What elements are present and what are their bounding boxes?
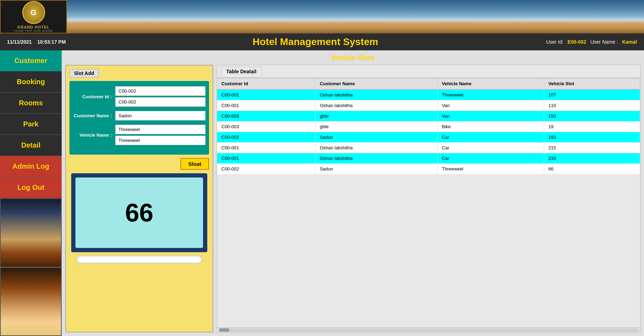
logo-name: GRAND HOTEL (17, 25, 50, 29)
page-title: Vehicle Slots (65, 54, 640, 62)
logo-icon: G (22, 1, 45, 24)
vehicle-name-select[interactable]: Threeweel Car Van Bike (115, 125, 206, 134)
table-panel: Table Deatail Customer Id Customer Name … (217, 65, 640, 332)
horizontal-scrollbar[interactable] (219, 328, 638, 332)
slot-progress-row (69, 256, 209, 263)
data-table: Customer Id Customer Name Vehicle Name V… (217, 78, 640, 174)
sidebar-item-adminlog[interactable]: Admin Log (0, 156, 62, 177)
customer-id-input[interactable] (115, 97, 206, 107)
sidebar-item-booking[interactable]: Booking (0, 71, 62, 93)
dining-image (0, 267, 62, 336)
customer-name-row: Customer Name : (73, 111, 206, 120)
table-header-row: Customer Id Customer Name Vehicle Name V… (217, 78, 640, 89)
table-wrapper[interactable]: Customer Id Customer Name Vehicle Name V… (217, 78, 640, 327)
slot-button[interactable]: Sloat (180, 158, 209, 170)
slot-progress-bar (76, 256, 202, 263)
title-bar: 11/11/2021 10:53:17 PM Hotel Management … (0, 33, 644, 50)
datetime-display: 11/11/2021 10:53:17 PM (7, 39, 85, 45)
scrollbar-thumb[interactable] (219, 328, 229, 332)
logo-area: G GRAND HOTEL YOUR TRIP OUR GUIDE (0, 0, 67, 33)
content-area: Vehicle Slots Slot Add Customer Id : C00… (62, 50, 644, 336)
customer-name-controls (115, 111, 206, 120)
table-row[interactable]: C00-002SadunThreeweel66 (217, 164, 640, 174)
table-row[interactable]: C00-001Oshan lakshithaThreeweel107 (217, 89, 640, 100)
form-inner: Customer Id : C00-002 C00-001 C00-003 (69, 81, 209, 155)
sidebar: Customer Booking Rooms Park Detail Admin… (0, 50, 62, 336)
sidebar-item-detail[interactable]: Detail (0, 135, 62, 156)
table-row[interactable]: C00-003gfdeVan150 (217, 111, 640, 122)
table-row[interactable]: C00-001Oshan lakshithaCar233 (217, 153, 640, 164)
customer-id-select[interactable]: C00-002 C00-001 C00-003 (115, 86, 206, 96)
sidebar-images (0, 198, 62, 336)
table-row[interactable]: C00-001Oshan lakshithaVan110 (217, 100, 640, 111)
app-title: Hotel Management System (85, 36, 546, 48)
banner-image (67, 0, 644, 33)
hotel-image (0, 198, 62, 267)
customer-id-select-wrapper: C00-002 C00-001 C00-003 (115, 86, 206, 96)
sidebar-item-customer[interactable]: Customer (0, 50, 62, 71)
user-name-label: User Name : (590, 39, 618, 45)
sidebar-item-park[interactable]: Park (0, 114, 62, 135)
customer-id-controls: C00-002 C00-001 C00-003 (115, 86, 206, 107)
table-row[interactable]: C00-001Oshan lakshithaCar215 (217, 143, 640, 153)
table-row[interactable]: C00-003gfdeBike19 (217, 122, 640, 132)
col-vehicle-slot: Vehicle Slot (544, 78, 640, 89)
vehicle-name-label: Vehicle Name : (73, 132, 115, 138)
user-info: User Id: E00-002 User Name : Kamal (546, 39, 637, 45)
form-panel: Slot Add Customer Id : C00-002 C00-001 C… (65, 65, 213, 332)
user-name-value: Kamal (622, 39, 637, 45)
col-customer-id: Customer Id (217, 78, 315, 89)
col-vehicle-name: Vehicle Name (437, 78, 544, 89)
time-value: 10:53:17 PM (37, 39, 66, 45)
vehicle-name-input[interactable] (115, 136, 206, 145)
banner-skyline (67, 0, 644, 33)
slot-btn-row: Sloat (69, 158, 209, 170)
logo-tagline: YOUR TRIP OUR GUIDE (14, 29, 53, 32)
table-row[interactable]: C00-002SadunCar193 (217, 132, 640, 143)
customer-id-label: Customer Id : (73, 94, 115, 99)
vehicle-name-select-wrapper: Threeweel Car Van Bike (115, 125, 206, 134)
vehicle-name-row: Vehicle Name : Threeweel Car Van Bike (73, 125, 206, 145)
date-value: 11/11/2021 (7, 39, 32, 45)
customer-id-row: Customer Id : C00-002 C00-001 C00-003 (73, 86, 206, 107)
table-top-bar: Table Deatail (217, 65, 640, 78)
col-customer-name: Customer Name (315, 78, 437, 89)
table-scroll-bar[interactable] (217, 327, 640, 332)
customer-name-label: Customer Name : (73, 113, 115, 118)
table-tab-label: Table Deatail (221, 67, 262, 76)
sidebar-item-rooms[interactable]: Rooms (0, 93, 62, 114)
form-title: Slot Add (69, 69, 99, 77)
slot-display-box: 66 (71, 173, 207, 252)
user-id-value: E00-002 (568, 39, 586, 45)
vehicle-name-controls: Threeweel Car Van Bike (115, 125, 206, 145)
customer-name-input[interactable] (115, 111, 206, 120)
sidebar-item-logout[interactable]: Log Out (0, 177, 62, 198)
user-id-label: User Id: (546, 39, 563, 45)
logo-letter: G (30, 8, 36, 17)
slot-number: 66 (125, 198, 153, 227)
slot-number-box: 66 (75, 178, 203, 248)
